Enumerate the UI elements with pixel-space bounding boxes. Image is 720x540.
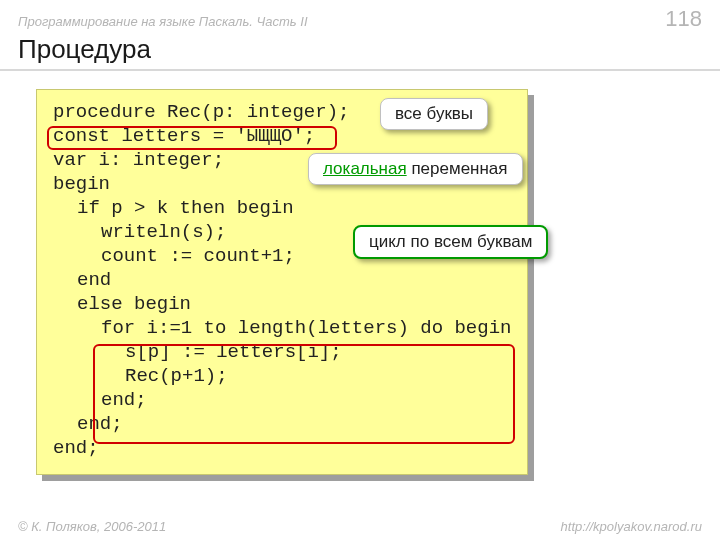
code-line: if p > k then begin xyxy=(53,196,511,220)
page-number: 118 xyxy=(665,6,702,32)
footer-url: http://kpolyakov.narod.ru xyxy=(561,519,702,534)
code-line: else begin xyxy=(53,292,511,316)
callout-all-letters: все буквы xyxy=(380,98,488,130)
title-divider xyxy=(0,69,720,71)
course-name: Программирование на языке Паскаль. Часть… xyxy=(18,14,308,29)
callout-text: все буквы xyxy=(395,104,473,123)
copyright: © К. Поляков, 2006-2011 xyxy=(18,519,166,534)
footer: © К. Поляков, 2006-2011 http://kpolyakov… xyxy=(0,519,720,534)
callout-text: цикл по всем буквам xyxy=(369,232,532,251)
code-area: procedure Rec(p: integer); const letters… xyxy=(36,89,528,475)
highlight-for-box xyxy=(93,344,515,444)
code-line: for i:=1 to length(letters) do begin xyxy=(53,316,511,340)
callout-text-highlight: локальная xyxy=(323,159,407,178)
highlight-const-box xyxy=(47,126,337,150)
code-line: end xyxy=(53,268,511,292)
callout-local-variable: локальная переменная xyxy=(308,153,523,185)
code-block: procedure Rec(p: integer); const letters… xyxy=(36,89,528,475)
callout-loop: цикл по всем буквам xyxy=(353,225,548,259)
header-bar: Программирование на языке Паскаль. Часть… xyxy=(0,0,720,32)
callout-text: переменная xyxy=(407,159,508,178)
page-title: Процедура xyxy=(0,32,720,69)
